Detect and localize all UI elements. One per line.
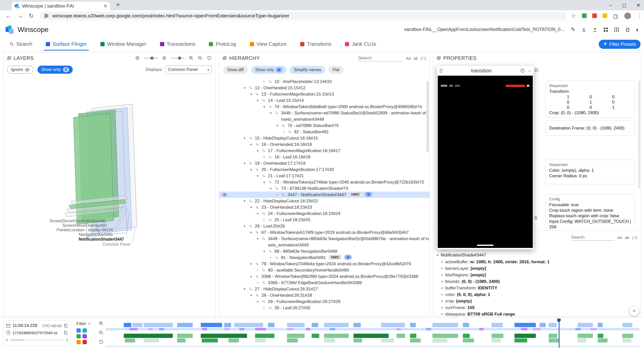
trace-entry-segment[interactable] [381,323,405,327]
drag-indicator-icon[interactable] [439,68,442,73]
timeline-track[interactable] [106,345,639,347]
extensions-puzzle-icon[interactable] [613,13,618,19]
ignore-button[interactable]: Ignore [7,66,33,74]
expand-arrow-icon[interactable]: ▾ [244,85,246,91]
tab-view-capture[interactable]: View Capture [248,38,289,51]
layer-label[interactable]: NotificationShade#3447 [79,237,124,242]
trace-entry-segment[interactable] [324,334,349,338]
trace-entry-segment[interactable] [598,338,607,342]
trace-entry-segment[interactable] [578,323,593,327]
tree-row[interactable]: ▾12 - OneHanded:15:15#12 [219,85,429,91]
tab-close-icon[interactable]: × [104,3,107,9]
expand-arrow-icon[interactable]: ▾ [257,236,259,242]
info-icon[interactable] [520,68,525,73]
expand-arrow-icon[interactable]: ▾ [257,173,259,179]
copy-icon[interactable] [64,331,68,335]
trace-entry-segment[interactable] [268,323,274,327]
trace-entry-segment[interactable] [287,323,305,327]
trace-entry-segment[interactable] [598,323,602,327]
tree-row[interactable]: ▾15 - HideDisplayCutout:16:16#15 [219,135,429,141]
filter-presets-button[interactable]: Filter Presets [599,40,640,49]
expand-arrow-icon[interactable]: ▾ [250,273,252,280]
timeline-zoom-out-icon[interactable] [99,330,104,335]
overlay-titlebar[interactable]: transition – [437,66,534,76]
timeline-reset-zoom-icon[interactable] [99,339,104,344]
tree-row[interactable]: ▾22 - HideDisplayCutout:18:23#22 [219,198,429,204]
trace-entry-segment[interactable] [492,334,503,338]
trace-entry-segment[interactable] [463,338,474,342]
panel-expand-icon[interactable] [7,56,11,60]
trace-entry-segment[interactable] [330,328,335,330]
trace-entry-segment[interactable] [239,328,245,330]
tree-row[interactable]: ▾79 - WindowToken{7046b4a type=2024 andr… [219,261,429,267]
report-bug-icon[interactable] [625,27,630,32]
back-icon[interactable]: ← [6,12,12,19]
spacing-slider[interactable] [171,58,185,59]
trace-entry-segment[interactable] [578,338,586,342]
tree-row[interactable]: ▾68 - 885b63e NavigationBar0#68 [219,248,429,254]
trace-entry-segment[interactable] [201,334,247,338]
panel-expand-icon[interactable] [437,56,441,60]
trace-entry-segment[interactable] [575,328,581,330]
hierarchy-scrollbar[interactable] [427,81,429,152]
trace-entry-segment[interactable] [432,338,447,342]
reset-view-icon[interactable] [207,56,212,61]
expand-arrow-icon[interactable]: ▾ [250,261,252,267]
extension-icon-yellow[interactable] [602,13,607,18]
expand-arrow-icon[interactable]: ▾ [244,223,246,229]
trace-entry-segment[interactable] [353,334,389,338]
tune-icon[interactable] [44,13,49,18]
rotation-3d-icon[interactable] [135,56,140,61]
trace-entry-segment[interactable] [124,334,173,338]
trace-entry-segment[interactable] [514,338,527,342]
trace-entry-segment[interactable] [590,328,597,330]
tree-row[interactable]: ▾73 - 8736138 NotificationShade#73 [219,185,429,192]
property-row[interactable]: bufferTransform: IDENTITY [437,285,638,291]
tree-row[interactable]: •80 - ace6abb SecondaryHomeHandle0#80 [219,267,429,273]
trace-toggle-icon[interactable] [83,328,87,333]
tree-row[interactable]: ▾74 - WindowToken{fdddbe6 type=2000 andr… [219,104,429,110]
trace-entry-segment[interactable] [353,323,361,327]
layer-label[interactable]: ScreenDecorOverlay#60 [62,223,106,228]
tree-row[interactable]: ▾23 - OneHanded:18:23#23 [219,204,429,210]
expand-arrow-icon[interactable]: ▾ [276,122,278,129]
trace-entry-segment[interactable] [426,328,431,330]
trace-entry-segment[interactable] [255,334,274,338]
trace-entry-segment[interactable] [432,334,458,338]
dark-mode-contrast-icon[interactable]: ◐ [636,27,640,33]
trace-entry-segment[interactable] [234,323,263,327]
trace-entry-segment[interactable] [255,328,266,330]
timeline-cursor-handle[interactable] [557,319,561,323]
window-close-icon[interactable]: ✕ [636,2,640,8]
apps-grid-icon[interactable] [603,27,608,32]
trace-entry-segment[interactable] [306,328,310,330]
trace-entry-segment[interactable] [514,323,536,327]
window-maximize-icon[interactable]: ◻ [622,2,626,8]
tree-row[interactable]: ▾21 - Leaf:17:17#21 [219,173,429,179]
expand-arrow-icon[interactable]: ▾ [257,210,259,217]
timeline-track[interactable] [106,323,639,327]
trace-toggle-icon[interactable] [76,340,81,344]
trace-entry-segment[interactable] [144,323,173,327]
rotation-slider[interactable] [144,58,158,59]
trace-entry-segment[interactable] [177,338,186,342]
trace-entry-segment[interactable] [432,323,458,327]
expand-arrow-icon[interactable]: ▾ [244,160,246,166]
tree-row[interactable]: ▾27 - HideDisplayCutout:26:31#27 [219,286,429,292]
extension-icon-red[interactable] [592,13,597,18]
trace-entry-segment[interactable] [622,338,631,342]
tree-row[interactable]: ▾17 - FullscreenMagnification:16:16#17 [219,148,429,154]
edit-icon[interactable]: ✎ [571,27,575,32]
expand-arrow-icon[interactable]: ▾ [250,229,252,236]
properties-search-input[interactable] [571,234,614,241]
window-minimize-icon[interactable]: – [609,2,612,8]
trace-entry-segment[interactable] [177,323,193,327]
trace-entry-segment[interactable] [148,328,153,330]
trace-entry-segment[interactable] [549,334,557,338]
expand-arrow-icon[interactable]: ▾ [244,198,246,204]
url-bar[interactable]: winscope.teams.x20web.corp.google.com/pr… [40,12,567,20]
tab-window-manager[interactable]: Window Manager [98,38,148,51]
expand-arrow-icon[interactable]: ▾ [244,135,246,141]
property-row[interactable]: barrierLayer: [empty] [437,265,638,272]
trace-entry-segment[interactable] [410,338,421,342]
